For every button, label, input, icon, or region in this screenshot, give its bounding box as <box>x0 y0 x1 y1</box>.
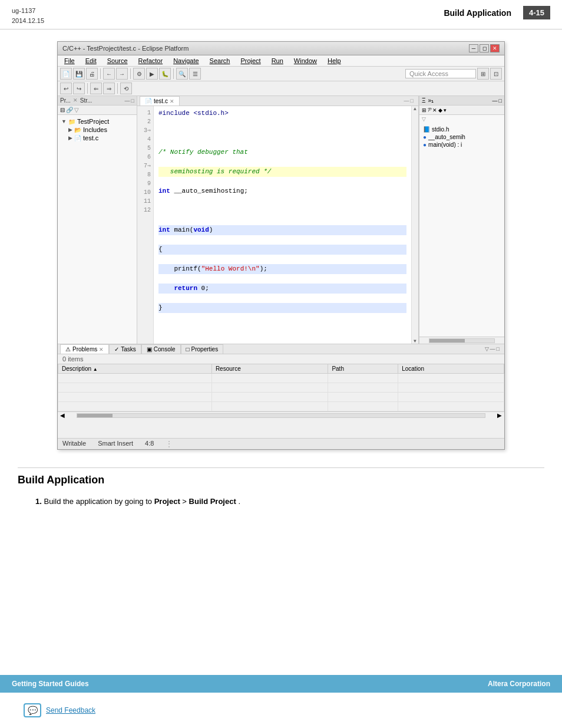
editor-tab-actions[interactable]: — □ <box>404 98 416 104</box>
editor-tab-icon: 📄 <box>145 98 152 104</box>
tab-properties[interactable]: □ Properties <box>181 344 224 354</box>
tb2-btn2[interactable]: ↪ <box>73 83 85 94</box>
menu-run[interactable]: Run <box>270 57 285 65</box>
scroll-up-icon[interactable]: ▲ <box>414 106 416 111</box>
tb2-btn4[interactable]: ⇒ <box>103 83 115 94</box>
editor-tab-close[interactable]: ✕ <box>170 98 174 104</box>
editor-tab-testc[interactable]: 📄 test.c ✕ <box>140 96 180 106</box>
menu-file[interactable]: File <box>62 57 77 65</box>
menu-search[interactable]: Search <box>208 57 232 65</box>
right-panel-tabs[interactable]: Ξ »₁ <box>422 97 434 104</box>
tb-print[interactable]: 🖨 <box>86 68 98 80</box>
tb2-btn1[interactable]: ↩ <box>60 83 72 94</box>
code-editor[interactable]: #include <stdio.h> /* Notify debugger th… <box>154 106 411 344</box>
tb-new[interactable]: 📄 <box>60 68 72 80</box>
outline-item-stdio[interactable]: 📘 stdio.h <box>422 126 502 133</box>
right-maximize-icon[interactable]: □ <box>499 98 502 104</box>
tb-perspective1[interactable]: ⊞ <box>477 68 489 80</box>
right-minimize-icon[interactable]: — <box>492 98 498 104</box>
send-feedback-area[interactable]: 💬 Send Feedback <box>12 699 107 722</box>
tb-back[interactable]: ← <box>103 68 115 80</box>
eclipse-toolbar-2[interactable]: ↩ ↪ ⇐ ⇒ ⟲ <box>58 81 504 96</box>
menu-edit[interactable]: Edit <box>84 57 98 65</box>
window-controls[interactable]: ─ ◻ ✕ <box>469 44 500 52</box>
tab-project[interactable]: Pr... <box>60 97 71 104</box>
code-area[interactable]: 1 2 3⇒ 4 5 6 7⇒ 8 9 10 11 12 <box>137 106 418 344</box>
bottom-minimize-icon[interactable]: ▽ <box>485 346 489 352</box>
left-panel-tabs[interactable]: Pr... ✕ Str... <box>60 97 92 104</box>
project-toolbar[interactable]: ⊟ 🔗 ▽ <box>58 106 137 115</box>
tree-label-testproject: TestProject <box>77 118 109 125</box>
outline-content: 📘 stdio.h ● __auto_semih ● main(void) : … <box>419 123 504 337</box>
right-tb-icon4[interactable]: ◆ <box>438 107 442 113</box>
right-toolbar[interactable]: ⊞ 𝓟 ✕ ◆ ▾ <box>419 106 504 115</box>
maximize-panel-icon[interactable]: □ <box>131 98 134 104</box>
tb-forward[interactable]: → <box>116 68 128 80</box>
h-scroll-thumb[interactable] <box>77 414 113 417</box>
right-tb-icon5[interactable]: ▾ <box>444 107 447 113</box>
view-menu-icon[interactable]: ▽ <box>74 107 79 113</box>
tb-save[interactable]: 💾 <box>73 68 85 80</box>
link-editor-icon[interactable]: 🔗 <box>66 107 73 113</box>
bottom-tab-actions[interactable]: ▽ — □ <box>485 346 502 352</box>
right-tb-icon1[interactable]: ⊞ <box>422 107 427 113</box>
menu-navigate[interactable]: Navigate <box>171 57 200 65</box>
menu-refactor[interactable]: Refactor <box>137 57 165 65</box>
tab-outline[interactable]: Ξ <box>422 97 426 104</box>
editor-tab-bar[interactable]: 📄 test.c ✕ — □ <box>137 96 418 106</box>
tree-item-testc[interactable]: ▶ 📄 test.c <box>60 134 134 142</box>
problems-tab-close[interactable]: ✕ <box>99 347 104 353</box>
tab-outline-label[interactable]: »₁ <box>428 97 434 104</box>
tb-extra[interactable]: ☰ <box>189 68 201 80</box>
tree-item-testproject[interactable]: ▼ 📁 TestProject <box>60 117 134 126</box>
tb-build[interactable]: ⚙ <box>133 68 145 80</box>
bottom-panel-maximize[interactable]: □ <box>497 346 500 352</box>
outline-item-semih[interactable]: ● __auto_semih <box>422 133 502 141</box>
tb2-btn3[interactable]: ⇐ <box>90 83 102 94</box>
menu-help[interactable]: Help <box>326 57 343 65</box>
tb2-btn5[interactable]: ⟲ <box>120 83 132 94</box>
right-tb-icon2[interactable]: 𝓟 <box>428 107 431 113</box>
right-scroll-thumb[interactable] <box>429 339 465 342</box>
outline-item-main[interactable]: ● main(void) : i <box>422 141 502 149</box>
menu-window[interactable]: Window <box>292 57 319 65</box>
minimize-editor-icon[interactable]: — <box>404 98 409 104</box>
left-panel-icons[interactable]: — □ <box>125 98 134 104</box>
tab-tasks[interactable]: ✓ Tasks <box>109 344 141 354</box>
editor-scrollbar[interactable]: ▲ ▼ <box>411 106 418 344</box>
tab-console[interactable]: ▣ Console <box>141 344 181 354</box>
scroll-down-icon[interactable]: ▼ <box>414 338 416 344</box>
right-panel-icons[interactable]: — □ <box>492 98 502 104</box>
menu-project[interactable]: Project <box>239 57 262 65</box>
minimize-button[interactable]: ─ <box>469 44 478 52</box>
minimize-panel-icon[interactable]: — <box>125 98 130 104</box>
eclipse-toolbar-1[interactable]: 📄 💾 🖨 ← → ⚙ ▶ 🐛 🔍 ☰ Quick Access ⊞ ⊡ <box>58 67 504 81</box>
collapse-all-icon[interactable]: ⊟ <box>60 107 65 113</box>
tb-search[interactable]: 🔍 <box>176 68 188 80</box>
close-button[interactable]: ✕ <box>490 44 500 52</box>
tab-problems[interactable]: ⚠ Problems ✕ <box>60 344 109 354</box>
tree-item-includes[interactable]: ▶ 📂 Includes <box>60 126 134 134</box>
col-description: Description ▲ <box>58 364 212 374</box>
tab-structure[interactable]: Str... <box>80 97 92 104</box>
h-scroll-track[interactable] <box>77 413 485 418</box>
right-scroll-track[interactable] <box>429 338 495 343</box>
bottom-panel-minimize[interactable]: — <box>490 346 495 352</box>
eclipse-menubar[interactable]: File Edit Source Refactor Navigate Searc… <box>58 55 504 67</box>
step-connector: > <box>182 497 189 506</box>
tb-perspective2[interactable]: ⊡ <box>490 68 502 80</box>
restore-button[interactable]: ◻ <box>480 44 489 52</box>
bottom-tab-bar[interactable]: ⚠ Problems ✕ ✓ Tasks ▣ Console □ Prope <box>58 344 504 354</box>
quick-access[interactable]: Quick Access <box>405 69 476 78</box>
h-scroll-left-icon[interactable]: ◀ <box>58 412 67 419</box>
tb-debug[interactable]: 🐛 <box>159 68 171 80</box>
table-row <box>58 383 504 393</box>
send-feedback-link[interactable]: Send Feedback <box>46 706 95 714</box>
eclipse-right-panel: Ξ »₁ — □ ⊞ 𝓟 ✕ ◆ ▾ <box>419 96 504 344</box>
maximize-editor-icon[interactable]: □ <box>411 98 414 104</box>
tasks-icon: ✓ <box>114 346 119 353</box>
h-scroll-right-icon[interactable]: ▶ <box>495 412 504 419</box>
tb-run[interactable]: ▶ <box>146 68 158 80</box>
right-tb-icon3[interactable]: ✕ <box>432 107 437 113</box>
menu-source[interactable]: Source <box>105 57 130 65</box>
